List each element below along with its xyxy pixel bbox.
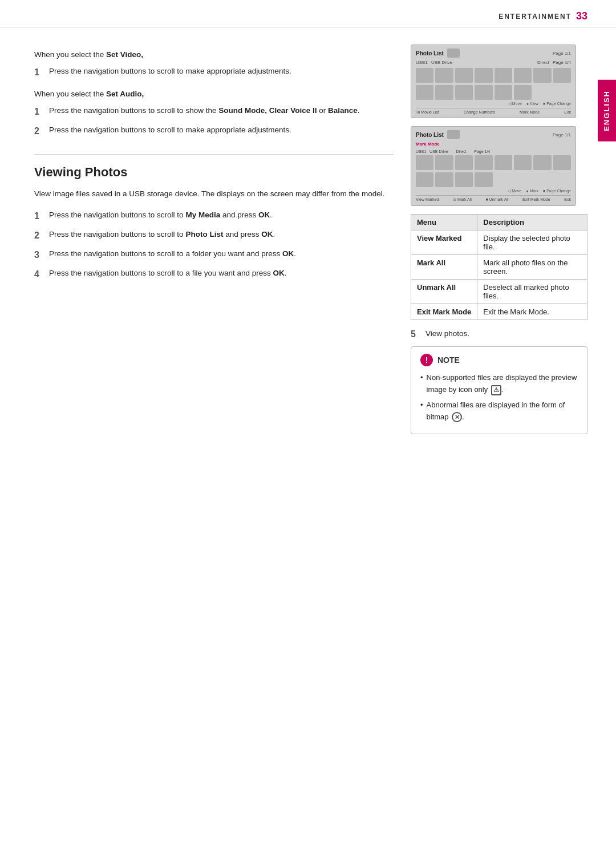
- table-header-description: Description: [477, 215, 587, 231]
- note-bullet-1: Non-supported files are displayed the pr…: [420, 372, 578, 396]
- set-audio-bold: Set Audio,: [106, 90, 144, 98]
- step-text: Press the navigation buttons to scroll t…: [49, 248, 296, 262]
- step-num: 2: [34, 124, 43, 138]
- viewing-photos-heading: Viewing Photos: [34, 154, 394, 180]
- cross-icon: ✕: [452, 412, 462, 422]
- table-row: Exit Mark Mode Exit the Mark Mode.: [411, 304, 587, 320]
- step-5: 5 View photos.: [411, 329, 587, 339]
- note-header: ! NOTE: [420, 354, 578, 366]
- table-cell-desc: Exit the Mark Mode.: [477, 304, 587, 320]
- table-cell-menu: Unmark All: [411, 280, 477, 304]
- note-bullet-2: Abnormal files are displayed in the form…: [420, 399, 578, 423]
- table-row: Mark All Mark all photo files on the scr…: [411, 255, 587, 280]
- step-text: Press the navigation buttons to scroll t…: [49, 124, 291, 138]
- note-icon: !: [420, 354, 433, 366]
- screenshot-1: Photo List Page 1/1 USB1USB DriveDirectP…: [411, 45, 576, 118]
- table-cell-menu: Exit Mark Mode: [411, 304, 477, 320]
- table-cell-menu: View Marked: [411, 231, 477, 255]
- set-audio-list: 1 Press the navigation buttons to scroll…: [34, 105, 394, 138]
- table-cell-desc: Deselect all marked photo files.: [477, 280, 587, 304]
- table-row: View Marked Display the selected photo f…: [411, 231, 587, 255]
- table-row: Unmark All Deselect all marked photo fil…: [411, 280, 587, 304]
- list-item: 2 Press the navigation buttons to scroll…: [34, 124, 394, 138]
- ss2-title: Photo List: [416, 132, 444, 138]
- left-column: When you select the Set Video, 1 Press t…: [34, 45, 394, 434]
- set-video-bold: Set Video,: [106, 50, 143, 59]
- note-title: NOTE: [437, 354, 460, 366]
- list-item: 1 Press the navigation buttons to scroll…: [34, 66, 394, 79]
- ss1-page: Page 1/1: [553, 51, 571, 56]
- step-text: Press the navigation buttons to scroll t…: [49, 105, 360, 119]
- ss1-nav: USB1USB DriveDirectPage 1/4: [416, 60, 571, 65]
- ss2-grid-row1: [416, 155, 571, 170]
- ss2-grid-row2: [416, 172, 571, 187]
- step-text: Press the navigation buttons to scroll t…: [49, 209, 272, 223]
- english-side-tab: ENGLISH: [598, 80, 616, 141]
- table-cell-desc: Mark all photo files on the screen.: [477, 255, 587, 280]
- set-video-list: 1 Press the navigation buttons to scroll…: [34, 66, 394, 79]
- step-text: Press the navigation buttons to scroll t…: [49, 268, 287, 281]
- page-number: 33: [576, 10, 587, 22]
- table-cell-menu: Mark All: [411, 255, 477, 280]
- step-num: 1: [34, 66, 43, 79]
- step-text: Press the navigation buttons to scroll t…: [49, 229, 275, 242]
- set-audio-label: When you select the Set Audio,: [34, 90, 394, 98]
- step-num: 3: [34, 248, 43, 262]
- viewing-photos-steps: 1 Press the navigation buttons to scroll…: [34, 209, 394, 281]
- list-item: 4 Press the navigation buttons to scroll…: [34, 268, 394, 281]
- step-text: Press the navigation buttons to scroll t…: [49, 66, 291, 79]
- ss1-bottom-bar: To Movie List Change Numbers Mark Mode E…: [416, 108, 571, 114]
- right-column: Photo List Page 1/1 USB1USB DriveDirectP…: [411, 45, 587, 434]
- step-num: 1: [34, 209, 43, 223]
- ss1-grid-row1: [416, 68, 571, 83]
- set-video-label: When you select the Set Video,: [34, 50, 394, 59]
- step-num: 1: [34, 105, 43, 119]
- table-cell-desc: Display the selected photo file.: [477, 231, 587, 255]
- list-item: 1 Press the navigation buttons to scroll…: [34, 209, 394, 223]
- ss2-page: Page 1/1: [553, 132, 571, 138]
- ss2-bottom-bar: View Marked ⊙ Mark All ■ Unmark All Exit…: [416, 195, 571, 202]
- step-5-num: 5: [411, 329, 420, 339]
- warning-icon: ⚠: [491, 385, 501, 395]
- note-bullet-text: Abnormal files are displayed in the form…: [427, 399, 578, 423]
- list-item: 1 Press the navigation buttons to scroll…: [34, 105, 394, 119]
- step-num: 4: [34, 268, 43, 281]
- list-item: 2 Press the navigation buttons to scroll…: [34, 229, 394, 242]
- list-item: 3 Press the navigation buttons to scroll…: [34, 248, 394, 262]
- header-title: ENTERTAINMENT: [499, 13, 572, 21]
- note-bullet-text: Non-supported files are displayed the pr…: [427, 372, 578, 396]
- viewing-photos-intro: View image files saved in a USB storage …: [34, 188, 394, 200]
- table-header-menu: Menu: [411, 215, 477, 231]
- step-5-text: View photos.: [425, 329, 469, 339]
- page-header: ENTERTAINMENT 33: [0, 0, 616, 27]
- ss1-grid-row2: [416, 85, 571, 100]
- screenshot-2: Photo List Page 1/1 Mark Mode USB1 USB D…: [411, 126, 576, 206]
- main-content: When you select the Set Video, 1 Press t…: [0, 27, 616, 451]
- note-box: ! NOTE Non-supported files are displayed…: [411, 346, 587, 434]
- info-table: Menu Description View Marked Display the…: [411, 214, 587, 320]
- step-num: 2: [34, 229, 43, 242]
- ss1-title: Photo List: [416, 50, 444, 56]
- ss2-nav: Mark Mode: [416, 141, 571, 147]
